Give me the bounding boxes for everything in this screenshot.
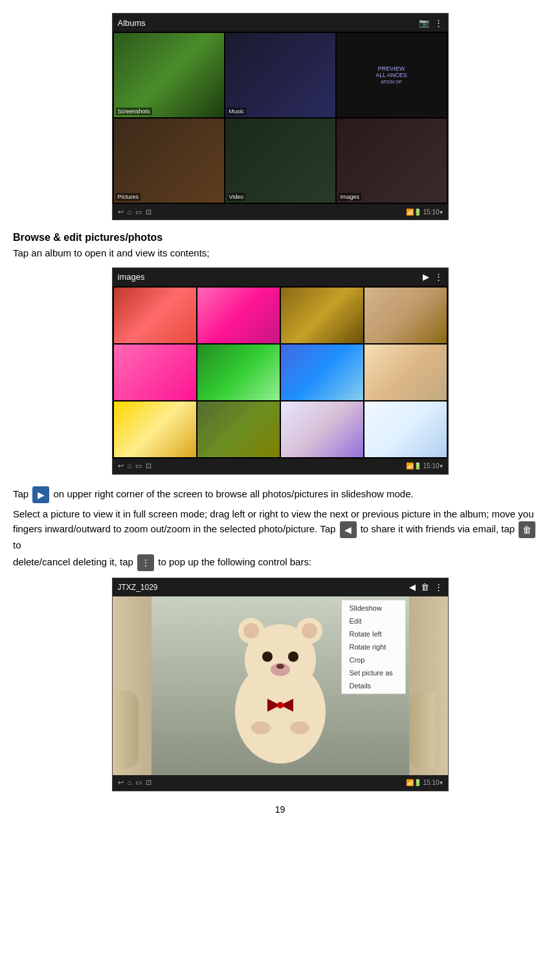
back-nav-icon: ↩	[118, 208, 124, 216]
img-thumb-12	[364, 401, 447, 457]
status-icons-2: 📶🔋	[406, 462, 423, 469]
img-thumb-8	[364, 345, 447, 400]
page-number: 19	[13, 804, 547, 815]
img-thumb-4	[364, 288, 447, 343]
screenshot-images: images ▶ ⋮	[112, 267, 449, 475]
status-time-3: 📶🔋 15:10▾	[406, 779, 443, 786]
share-description: to share it with friends via email, tap	[361, 523, 518, 534]
album-thumb-preview: PREVIEWALL ANCESATION OF	[337, 33, 447, 117]
album-thumb-1: Screenshots	[114, 33, 224, 117]
nav-icons: ↩ ⌂ ▭ ⊡	[118, 208, 152, 216]
menu-item-rotate-left[interactable]: Rotate left	[342, 627, 405, 640]
img-thumb-5	[114, 345, 196, 400]
photo-bottombar: ↩ ⌂ ▭ ⊡ 📶🔋 15:10▾	[113, 775, 448, 791]
recent-nav-icon: ▭	[135, 208, 142, 216]
photo-top-icons: ◀ 🗑 ⋮	[409, 582, 443, 592]
share-icon-inline: ◀	[340, 521, 357, 538]
menu-description: to pop up the following control bars:	[158, 556, 311, 567]
img-thumb-6	[197, 345, 280, 400]
slideshow-paragraph: Tap ▶ on upper right corner of the scree…	[13, 486, 547, 503]
album-thumb-3: Pictures	[114, 119, 224, 203]
more-top-icon: ⋮	[434, 582, 443, 592]
page-container: Albums 📷 ⋮ Screenshots Music PREVIEWALL …	[0, 0, 560, 834]
right-hand-area	[409, 596, 448, 775]
menu-item-slideshow[interactable]: Slideshow	[342, 602, 405, 615]
menu-icon-inline: ⋮	[137, 554, 154, 571]
svg-point-13	[251, 721, 271, 734]
delete-text: delete/cancel deleting it, tap	[13, 556, 136, 567]
teddy-center: Slideshow Edit Rotate left Rotate right …	[151, 596, 409, 775]
img-thumb-11	[281, 401, 363, 457]
images-topbar: images ▶ ⋮	[113, 268, 448, 286]
trash-top-icon: 🗑	[421, 582, 429, 592]
screenshot-nav-icon: ⊡	[146, 208, 151, 216]
play-icon: ▶	[423, 272, 429, 282]
img-thumb-3	[281, 288, 363, 343]
img-thumb-7	[281, 345, 363, 400]
nav-icons-2: ↩ ⌂ ▭ ⊡	[118, 462, 152, 470]
svg-point-6	[262, 651, 273, 662]
select-paragraph: Select a picture to view it in full scre…	[13, 507, 547, 553]
menu-item-set-picture[interactable]: Set picture as	[342, 666, 405, 679]
screenshot-albums-wrapper: Albums 📷 ⋮ Screenshots Music PREVIEWALL …	[13, 13, 547, 220]
status-icons-3: 📶🔋	[406, 779, 423, 786]
left-arm	[113, 691, 139, 769]
images-bottombar: ↩ ⌂ ▭ ⊡ 📶🔋 15:10▾	[113, 458, 448, 474]
img-thumb-2	[197, 288, 280, 343]
delete-paragraph: delete/cancel deleting it, tap ⋮ to pop …	[13, 554, 547, 571]
menu-item-edit[interactable]: Edit	[342, 615, 405, 627]
status-time: 📶🔋 15:10▾	[406, 209, 443, 216]
more-icon: ⋮	[434, 18, 443, 28]
share-top-icon: ◀	[409, 582, 416, 592]
nav-icons-3: ↩ ⌂ ▭ ⊡	[118, 778, 152, 787]
images-grid-content	[113, 286, 448, 458]
back-nav-icon-2: ↩	[118, 462, 124, 470]
screenshot-nav-icon-2: ⊡	[146, 462, 151, 470]
album-thumb-4: Video	[225, 119, 335, 203]
menu-item-rotate-right[interactable]: Rotate right	[342, 640, 405, 653]
screenshot-photo: JTXZ_1029 ◀ 🗑 ⋮	[112, 578, 449, 791]
svg-point-12	[277, 702, 284, 708]
back-nav-icon-3: ↩	[118, 778, 124, 787]
section-intro-text: Tap an album to open it and view its con…	[13, 246, 547, 261]
svg-point-14	[290, 721, 309, 734]
home-nav-icon-3: ⌂	[128, 778, 132, 787]
context-menu: Slideshow Edit Rotate left Rotate right …	[341, 600, 406, 694]
img-thumb-10	[197, 401, 280, 457]
trash-icon-inline: 🗑	[519, 521, 535, 538]
menu-item-details[interactable]: Details	[342, 679, 405, 692]
images-title: images	[118, 272, 145, 282]
screenshot-images-wrapper: images ▶ ⋮	[13, 267, 547, 475]
screenshot-albums: Albums 📷 ⋮ Screenshots Music PREVIEWALL …	[112, 13, 449, 220]
svg-point-5	[302, 623, 317, 639]
images-top-icons: ▶ ⋮	[423, 272, 443, 282]
album-thumb-2: Music	[225, 33, 335, 117]
albums-title: Albums	[118, 18, 146, 28]
slideshow-icon: ▶	[32, 486, 49, 503]
slideshow-description: on upper right corner of the screen to b…	[54, 488, 414, 499]
img-thumb-1	[114, 288, 196, 343]
albums-topbar: Albums 📷 ⋮	[113, 14, 448, 32]
album-thumb-5: Images	[337, 119, 447, 203]
img-thumb-9	[114, 401, 196, 457]
section-heading: Browse & edit pictures/photos	[13, 232, 547, 243]
right-arm	[409, 691, 435, 769]
teddy-svg	[216, 608, 345, 763]
recent-nav-icon-3: ▭	[135, 778, 142, 787]
menu-item-crop[interactable]: Crop	[342, 653, 405, 666]
svg-point-9	[276, 664, 284, 669]
time-display-3: 15:10	[423, 779, 439, 786]
albums-grid: Screenshots Music PREVIEWALL ANCESATION …	[113, 32, 448, 204]
recent-nav-icon-2: ▭	[135, 462, 142, 470]
svg-point-4	[243, 623, 259, 639]
to-text-detected: to	[13, 539, 21, 550]
albums-bottombar: ↩ ⌂ ▭ ⊡ 📶🔋 15:10▾	[113, 204, 448, 220]
camera-icon: 📷	[419, 18, 429, 28]
photo-title: JTXZ_1029	[118, 583, 158, 592]
home-nav-icon-2: ⌂	[128, 462, 132, 470]
time-display: 15:10	[423, 209, 439, 216]
photo-topbar: JTXZ_1029 ◀ 🗑 ⋮	[113, 578, 448, 596]
status-time-2: 📶🔋 15:10▾	[406, 462, 443, 469]
status-icons: 📶🔋	[406, 209, 423, 216]
albums-topbar-icons: 📷 ⋮	[419, 18, 443, 28]
